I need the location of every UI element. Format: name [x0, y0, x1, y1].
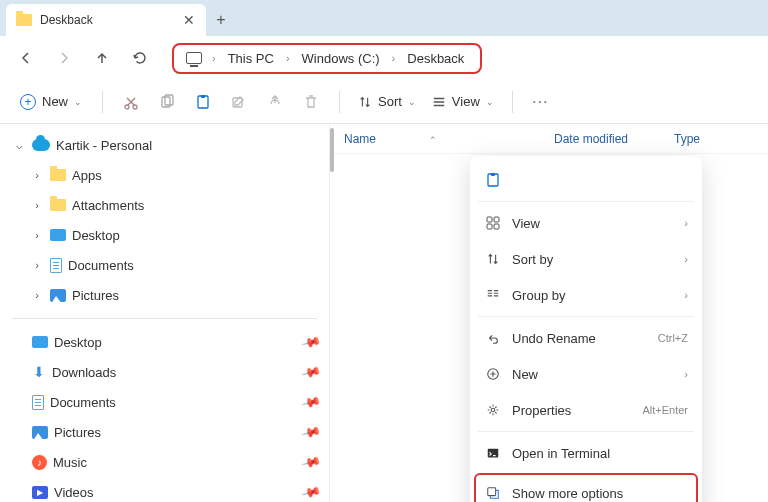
rename-button[interactable]: [223, 86, 255, 118]
tree-label: Videos: [54, 485, 297, 500]
ctx-label: Undo Rename: [512, 331, 648, 346]
svg-point-14: [491, 408, 495, 412]
quick-music[interactable]: › ♪ Music 📌: [0, 447, 329, 477]
refresh-button[interactable]: [124, 42, 156, 74]
chevron-down-icon: ⌄: [74, 97, 82, 107]
cut-button[interactable]: [115, 86, 147, 118]
column-name[interactable]: Name ⌃: [344, 132, 554, 146]
forward-button[interactable]: [48, 42, 80, 74]
svg-rect-11: [487, 224, 492, 229]
pin-icon: 📌: [300, 362, 321, 383]
tree-label: Documents: [50, 395, 297, 410]
ctx-sort[interactable]: Sort by ›: [476, 241, 696, 277]
tree-label: Attachments: [72, 198, 319, 213]
sort-label: Sort: [378, 94, 402, 109]
up-button[interactable]: [86, 42, 118, 74]
ctx-label: New: [512, 367, 674, 382]
ctx-undo[interactable]: Undo Rename Ctrl+Z: [476, 320, 696, 356]
new-button[interactable]: + New ⌄: [12, 90, 90, 114]
grid-icon: [484, 214, 502, 232]
tree-apps[interactable]: › Apps: [0, 160, 329, 190]
plus-circle-icon: +: [20, 94, 36, 110]
back-button[interactable]: [10, 42, 42, 74]
breadcrumb[interactable]: › This PC › Windows (C:) › Deskback: [172, 43, 482, 74]
view-button[interactable]: View ⌄: [426, 90, 500, 113]
desktop-icon: [50, 229, 66, 241]
tree-label: Pictures: [72, 288, 319, 303]
pictures-icon: [32, 426, 48, 439]
quick-videos[interactable]: › ▶ Videos 📌: [0, 477, 329, 502]
chevron-right-icon: ›: [684, 289, 688, 301]
tree-documents[interactable]: › Documents: [0, 250, 329, 280]
group-icon: [484, 286, 502, 304]
ctx-properties[interactable]: Properties Alt+Enter: [476, 392, 696, 428]
ctx-label: Show more options: [512, 486, 688, 501]
tree-desktop[interactable]: › Desktop: [0, 220, 329, 250]
ctx-view[interactable]: View ›: [476, 205, 696, 241]
svg-rect-12: [494, 224, 499, 229]
share-button[interactable]: [259, 86, 291, 118]
breadcrumb-folder[interactable]: Deskback: [403, 49, 468, 68]
svg-rect-9: [487, 217, 492, 222]
quick-documents[interactable]: › Documents 📌: [0, 387, 329, 417]
svg-rect-10: [494, 217, 499, 222]
ctx-show-more[interactable]: Show more options: [476, 475, 696, 502]
cloud-icon: [32, 139, 50, 151]
sort-button[interactable]: Sort ⌄: [352, 90, 422, 113]
terminal-icon: [484, 444, 502, 462]
quick-pictures[interactable]: › Pictures 📌: [0, 417, 329, 447]
paste-button[interactable]: [187, 86, 219, 118]
breadcrumb-this-pc[interactable]: This PC: [224, 49, 278, 68]
scroll-indicator: [330, 128, 334, 172]
music-icon: ♪: [32, 455, 47, 470]
more-options-icon: [484, 484, 502, 502]
ctx-paste[interactable]: [476, 162, 696, 198]
column-date[interactable]: Date modified: [554, 132, 674, 146]
delete-button[interactable]: [295, 86, 327, 118]
chevron-right-icon[interactable]: ›: [30, 259, 44, 271]
more-icon: ···: [532, 94, 549, 109]
quick-desktop[interactable]: › Desktop 📌: [0, 327, 329, 357]
folder-icon: [50, 199, 66, 211]
chevron-right-icon: ›: [684, 368, 688, 380]
file-list-area[interactable]: Name ⌃ Date modified Type View ›: [330, 124, 768, 502]
ctx-terminal[interactable]: Open in Terminal: [476, 435, 696, 471]
chevron-right-icon[interactable]: ›: [30, 169, 44, 181]
desktop-icon: [32, 336, 48, 348]
close-tab-button[interactable]: ✕: [182, 13, 196, 27]
svg-point-0: [125, 105, 129, 109]
pin-icon: 📌: [300, 332, 321, 353]
more-button[interactable]: ···: [525, 86, 557, 118]
ctx-new[interactable]: New ›: [476, 356, 696, 392]
breadcrumb-drive[interactable]: Windows (C:): [298, 49, 384, 68]
quick-downloads[interactable]: › ⬇ Downloads 📌: [0, 357, 329, 387]
chevron-right-icon[interactable]: ›: [30, 289, 44, 301]
tree-attachments[interactable]: › Attachments: [0, 190, 329, 220]
ctx-group[interactable]: Group by ›: [476, 277, 696, 313]
folder-icon: [50, 169, 66, 181]
download-icon: ⬇: [32, 365, 46, 379]
chevron-right-icon: ›: [208, 52, 220, 64]
tree-onedrive-root[interactable]: ⌵ Kartik - Personal: [0, 130, 329, 160]
plus-icon: [484, 365, 502, 383]
chevron-down-icon: ⌄: [486, 97, 494, 107]
tree-label: Music: [53, 455, 297, 470]
tree-label: Desktop: [72, 228, 319, 243]
new-tab-button[interactable]: +: [206, 4, 236, 36]
document-icon: [50, 258, 62, 273]
chevron-right-icon[interactable]: ›: [30, 229, 44, 241]
column-type[interactable]: Type: [674, 132, 700, 146]
chevron-down-icon[interactable]: ⌵: [12, 139, 26, 152]
svg-rect-16: [488, 488, 496, 496]
tree-pictures[interactable]: › Pictures: [0, 280, 329, 310]
chevron-right-icon: ›: [282, 52, 294, 64]
ctx-shortcut: Ctrl+Z: [658, 332, 688, 344]
context-menu: View › Sort by › Group by ›: [470, 156, 702, 502]
svg-point-1: [133, 105, 137, 109]
window-tab[interactable]: Deskback ✕: [6, 4, 206, 36]
pc-icon: [186, 52, 202, 64]
tree-label: Documents: [68, 258, 319, 273]
chevron-right-icon[interactable]: ›: [30, 199, 44, 211]
tree-label: Pictures: [54, 425, 297, 440]
copy-button[interactable]: [151, 86, 183, 118]
